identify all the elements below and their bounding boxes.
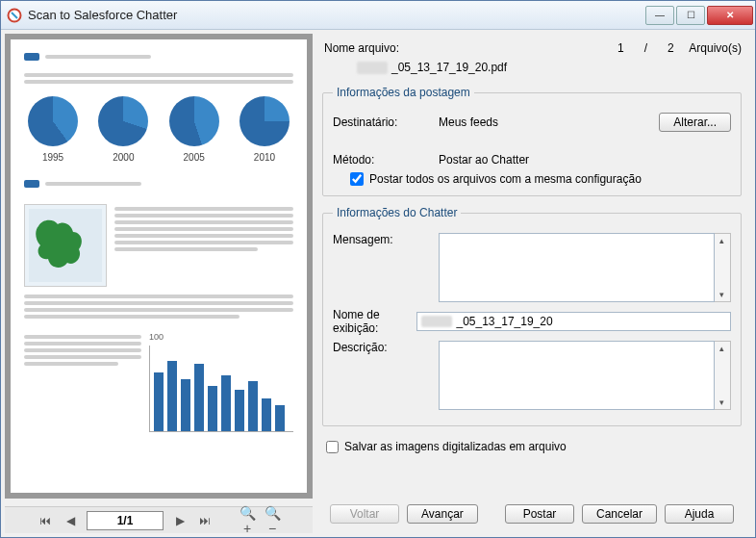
pie-2010: [239, 96, 290, 146]
file-header: Nome arquivo: 1 / 2 Arquivo(s): [324, 41, 742, 55]
titlebar: Scan to Salesforce Chatter — ☐ ✕: [1, 1, 755, 30]
filename-redacted: [357, 62, 388, 74]
description-label: Descrição:: [333, 341, 433, 354]
form-pane: Nome arquivo: 1 / 2 Arquivo(s) _05_13_17…: [316, 34, 751, 533]
pie-label: 2005: [184, 152, 205, 163]
chatter-info-group: Informações do Chatter Mensagem: ▴▾ Nome…: [322, 206, 742, 426]
filename-text: _05_13_17_19_20.pdf: [391, 61, 507, 74]
pie-1995: [28, 96, 78, 146]
file-sep: /: [639, 41, 652, 55]
pie-2000: [98, 96, 148, 146]
cancel-button[interactable]: Cancelar: [582, 504, 657, 524]
message-input[interactable]: [439, 233, 715, 302]
pie-label: 2010: [254, 152, 275, 163]
scroll-up-icon[interactable]: ▴: [719, 342, 724, 355]
maximize-button[interactable]: ☐: [676, 6, 705, 25]
post-info-group: Informações da postagem Destinatário: Me…: [322, 86, 742, 196]
map-row: [24, 204, 293, 287]
pie-chart-row: 1995 2000 2005 2010: [24, 87, 293, 167]
client-area: 1995 2000 2005 2010: [1, 30, 755, 537]
bar-ylabel: 100: [149, 332, 293, 342]
same-config-input[interactable]: [350, 172, 364, 186]
save-images-input[interactable]: [326, 441, 339, 453]
post-button[interactable]: Postar: [505, 504, 574, 524]
preview-nav: ⏮ ◀ 1/1 ▶ ⏭ 🔍+ 🔍−: [5, 506, 313, 533]
back-button[interactable]: Voltar: [330, 504, 399, 524]
document-page: 1995 2000 2005 2010: [11, 39, 307, 442]
chatter-info-legend: Informações do Chatter: [333, 206, 461, 219]
same-config-label: Postar todos os arquivos com a mesma con…: [369, 172, 642, 186]
post-info-legend: Informações da postagem: [333, 86, 474, 99]
bar-chart: 100: [149, 332, 293, 432]
zoom-in-button[interactable]: 🔍+: [239, 505, 256, 536]
page-indicator[interactable]: 1/1: [87, 511, 164, 530]
help-button[interactable]: Ajuda: [665, 504, 734, 524]
map-thumbnail: [24, 204, 107, 287]
display-name-redacted: [421, 316, 452, 327]
dest-label: Destinatário:: [333, 115, 433, 129]
description-input[interactable]: [439, 341, 715, 410]
pie-2005: [169, 96, 219, 146]
save-images-label: Salvar as imagens digitalizadas em arqui…: [344, 440, 567, 453]
file-current: 1: [614, 41, 627, 55]
save-images-checkbox[interactable]: Salvar as imagens digitalizadas em arqui…: [326, 440, 742, 453]
preview-frame: 1995 2000 2005 2010: [5, 34, 313, 499]
scrollbar[interactable]: ▴▾: [715, 233, 731, 302]
last-page-button[interactable]: ⏭: [196, 512, 214, 529]
dest-value: Meus feeds: [439, 115, 653, 129]
scrollbar[interactable]: ▴▾: [715, 341, 731, 410]
same-config-checkbox[interactable]: Postar todos os arquivos com a mesma con…: [350, 172, 731, 186]
footer: Voltar Avançar Postar Cancelar Ajuda: [322, 495, 742, 533]
minimize-button[interactable]: —: [645, 6, 674, 25]
app-icon: [7, 8, 22, 23]
filename-value: _05_13_17_19_20.pdf: [357, 61, 742, 74]
scroll-down-icon[interactable]: ▾: [719, 288, 724, 301]
method-value: Postar ao Chatter: [439, 153, 731, 167]
display-name-input[interactable]: _05_13_17_19_20: [416, 312, 731, 331]
method-label: Método:: [333, 153, 433, 167]
first-page-button[interactable]: ⏮: [37, 512, 54, 529]
bar-row: 100: [24, 332, 293, 432]
zoom-out-button[interactable]: 🔍−: [264, 505, 281, 536]
next-button[interactable]: Avançar: [407, 504, 478, 524]
filename-label: Nome arquivo:: [324, 41, 399, 55]
display-name-text: _05_13_17_19_20: [456, 315, 552, 328]
window-title: Scan to Salesforce Chatter: [28, 8, 643, 22]
preview-pane: 1995 2000 2005 2010: [5, 34, 313, 533]
prev-page-button[interactable]: ◀: [62, 512, 79, 529]
display-name-label: Nome de exibição:: [333, 308, 411, 335]
alter-button[interactable]: Alterar...: [659, 113, 731, 132]
app-window: Scan to Salesforce Chatter — ☐ ✕ 1995 20…: [0, 0, 756, 538]
file-total: 2: [664, 41, 677, 55]
close-button[interactable]: ✕: [707, 6, 753, 25]
message-label: Mensagem:: [333, 233, 433, 246]
scroll-down-icon[interactable]: ▾: [719, 396, 724, 409]
next-page-button[interactable]: ▶: [171, 512, 189, 529]
window-controls: — ☐ ✕: [643, 6, 753, 25]
file-suffix: Arquivo(s): [689, 41, 742, 55]
scroll-up-icon[interactable]: ▴: [719, 234, 724, 247]
pie-label: 1995: [42, 152, 63, 163]
pie-label: 2000: [113, 152, 134, 163]
